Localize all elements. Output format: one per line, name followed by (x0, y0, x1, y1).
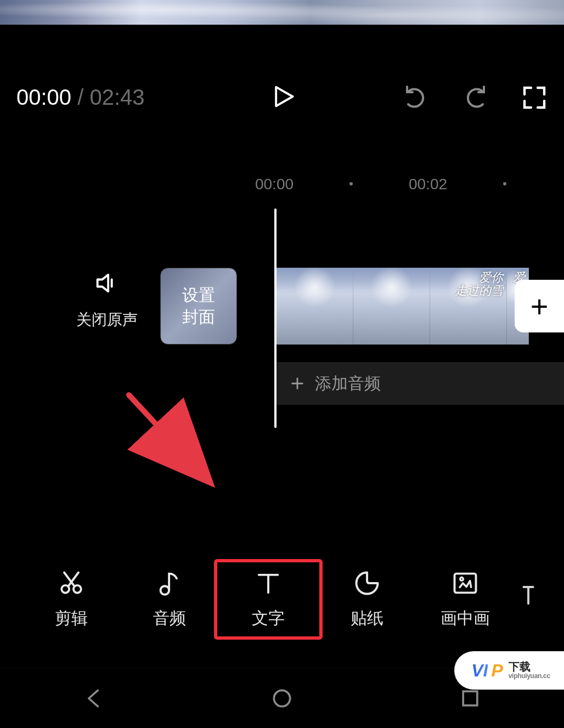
ruler-mark: 00:00 (255, 176, 294, 193)
play-button[interactable] (268, 82, 296, 113)
svg-rect-4 (455, 573, 476, 592)
watermark-url: viphuiyuan.cc (509, 673, 550, 680)
timeline-area[interactable]: 关闭原声 设置 封面 爱你走过的雪 爱 + 添加音频 (0, 203, 564, 477)
add-audio-label: 添加音频 (315, 373, 381, 395)
player-controls-bar: 00:00 / 02:43 (0, 25, 564, 170)
svg-point-3 (161, 586, 170, 595)
redo-icon (462, 84, 488, 111)
playback-time: 00:00 / 02:43 (16, 85, 145, 110)
clip-text-overlay: 爱你 (479, 270, 503, 284)
tool-label: 贴纸 (351, 607, 383, 630)
ruler-tick (503, 182, 506, 185)
time-separator: / (71, 85, 89, 109)
watermark-badge: VIP 下载 viphuiyuan.cc (454, 651, 564, 690)
fullscreen-button[interactable] (521, 84, 548, 111)
mute-original-button[interactable]: 关闭原声 (71, 269, 143, 330)
tool-more[interactable] (523, 580, 534, 618)
undo-button[interactable] (403, 84, 429, 111)
add-clip-button[interactable]: + (515, 280, 564, 332)
ruler-mark: 00:02 (409, 176, 447, 193)
video-clip-frame[interactable] (353, 268, 430, 345)
redo-button[interactable] (462, 84, 488, 111)
fullscreen-icon (521, 84, 548, 111)
clip-text-overlay: 走过的雪 (455, 284, 503, 297)
add-audio-button[interactable]: 添加音频 (277, 362, 564, 405)
video-clip-frame[interactable]: 爱你走过的雪 (430, 268, 507, 345)
watermark-logo-p: P (491, 661, 503, 681)
speaker-icon (93, 269, 121, 297)
pip-icon (451, 569, 480, 597)
tool-edit[interactable]: 剪辑 (30, 569, 112, 630)
scissors-icon (57, 569, 86, 597)
ruler-tick (349, 182, 353, 185)
watermark-logo-v: VI (471, 661, 488, 681)
tool-label: 文字 (252, 607, 285, 630)
current-time: 00:00 (16, 85, 71, 109)
effects-icon (514, 580, 543, 608)
plus-icon: + (531, 289, 549, 324)
tool-pip[interactable]: 画中画 (424, 569, 506, 630)
video-clip-frame[interactable] (277, 268, 353, 345)
video-preview (0, 0, 564, 25)
nav-home-button[interactable] (270, 686, 294, 710)
nav-back-button[interactable] (82, 686, 106, 710)
playhead[interactable] (274, 208, 277, 428)
bottom-toolbar: 剪辑 音频 文字 贴纸 画中画 (0, 552, 564, 646)
undo-icon (403, 84, 429, 111)
svg-point-5 (460, 577, 464, 580)
text-icon (254, 569, 283, 597)
set-cover-label: 设置 封面 (182, 284, 215, 329)
music-note-icon (155, 569, 184, 597)
set-cover-button[interactable]: 设置 封面 (160, 268, 237, 345)
tool-label: 剪辑 (55, 607, 88, 630)
nav-recent-button[interactable] (458, 686, 482, 710)
tool-label: 音频 (153, 607, 186, 630)
mute-label: 关闭原声 (71, 309, 143, 330)
duration: 02:43 (89, 85, 144, 109)
svg-rect-7 (463, 691, 477, 706)
tool-sticker[interactable]: 贴纸 (326, 569, 408, 630)
tool-audio[interactable]: 音频 (128, 569, 211, 630)
watermark-title: 下载 (509, 661, 550, 673)
tool-label: 画中画 (441, 607, 490, 630)
play-icon (268, 82, 296, 111)
timeline-ruler[interactable]: 00:00 00:02 (0, 170, 564, 203)
tool-text[interactable]: 文字 (227, 569, 309, 630)
sticker-icon (353, 569, 381, 597)
svg-point-6 (274, 690, 290, 706)
plus-icon (290, 376, 305, 391)
